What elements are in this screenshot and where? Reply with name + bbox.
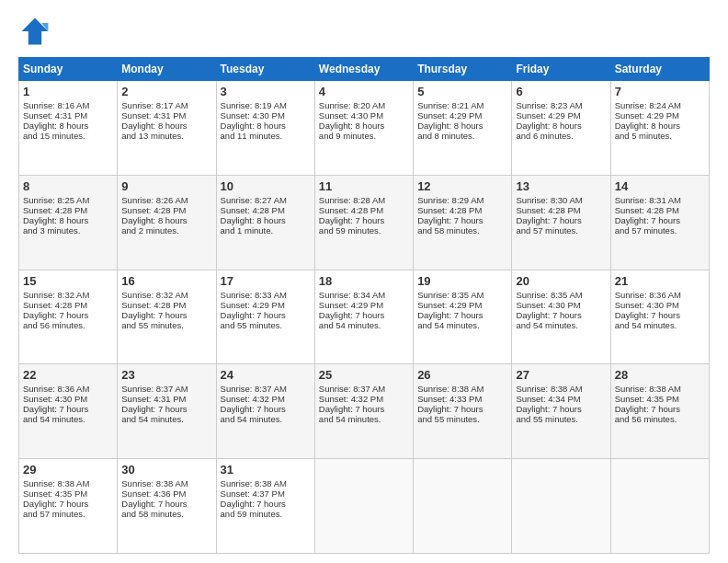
day-info-line: and 54 minutes. <box>23 414 113 424</box>
day-info-line: Daylight: 8 hours <box>417 121 507 131</box>
day-info-line: Sunrise: 8:35 AM <box>417 290 507 300</box>
day-info-line: Daylight: 7 hours <box>221 404 311 414</box>
day-info-line: Daylight: 7 hours <box>615 310 705 320</box>
day-number: 11 <box>319 179 409 193</box>
day-info-line: Sunrise: 8:37 AM <box>121 384 211 394</box>
day-number: 10 <box>221 179 311 193</box>
calendar-cell: 15Sunrise: 8:32 AMSunset: 4:28 PMDayligh… <box>19 270 118 364</box>
day-info-line: Sunset: 4:28 PM <box>221 205 311 215</box>
day-info-line: Sunset: 4:29 PM <box>417 110 507 121</box>
day-info-line: and 3 minutes. <box>23 225 113 236</box>
logo <box>18 15 57 48</box>
day-number: 14 <box>615 179 705 193</box>
day-info-line: Sunset: 4:29 PM <box>615 110 705 121</box>
day-info-line: and 54 minutes. <box>615 320 705 330</box>
day-info-line: and 54 minutes. <box>121 414 211 424</box>
calendar-day-header: Tuesday <box>216 58 314 81</box>
day-number: 30 <box>121 463 211 477</box>
day-info-line: Sunrise: 8:32 AM <box>121 290 211 300</box>
calendar-cell: 25Sunrise: 8:37 AMSunset: 4:32 PMDayligh… <box>314 364 413 459</box>
calendar-cell: 21Sunrise: 8:36 AMSunset: 4:30 PMDayligh… <box>610 270 709 364</box>
day-info-line: Sunset: 4:28 PM <box>121 300 211 310</box>
day-info-line: and 56 minutes. <box>615 414 705 424</box>
day-number: 22 <box>23 368 113 382</box>
day-info-line: Daylight: 7 hours <box>417 404 507 414</box>
day-info-line: Daylight: 7 hours <box>121 310 211 320</box>
day-info-line: and 9 minutes. <box>319 131 409 141</box>
calendar-cell: 26Sunrise: 8:38 AMSunset: 4:33 PMDayligh… <box>414 364 512 459</box>
day-info-line: Sunrise: 8:31 AM <box>615 195 705 205</box>
day-number: 12 <box>417 179 507 193</box>
calendar-cell: 23Sunrise: 8:37 AMSunset: 4:31 PMDayligh… <box>118 364 216 459</box>
day-info-line: Sunrise: 8:38 AM <box>221 478 311 488</box>
day-info-line: and 54 minutes. <box>319 414 409 424</box>
day-info-line: Sunset: 4:36 PM <box>121 488 211 499</box>
day-info-line: and 54 minutes. <box>319 320 409 330</box>
day-number: 15 <box>23 274 113 288</box>
day-info-line: Daylight: 7 hours <box>121 499 211 509</box>
day-info-line: and 57 minutes. <box>516 225 606 236</box>
day-info-line: Daylight: 8 hours <box>516 121 606 131</box>
day-info-line: Sunrise: 8:36 AM <box>23 384 113 394</box>
day-info-line: Sunrise: 8:16 AM <box>23 100 113 110</box>
day-info-line: Sunset: 4:29 PM <box>319 300 409 310</box>
day-info-line: and 11 minutes. <box>221 131 311 141</box>
calendar-cell: 11Sunrise: 8:28 AMSunset: 4:28 PMDayligh… <box>314 175 413 270</box>
day-info-line: Daylight: 8 hours <box>615 121 705 131</box>
calendar-cell: 2Sunrise: 8:17 AMSunset: 4:31 PMDaylight… <box>118 81 216 176</box>
day-info-line: Sunrise: 8:35 AM <box>516 290 606 300</box>
calendar-cell: 30Sunrise: 8:38 AMSunset: 4:36 PMDayligh… <box>118 459 216 554</box>
day-info-line: and 59 minutes. <box>221 509 311 519</box>
day-info-line: and 8 minutes. <box>417 131 507 141</box>
day-info-line: Sunrise: 8:24 AM <box>615 100 705 110</box>
day-info-line: Sunrise: 8:38 AM <box>615 384 705 394</box>
day-info-line: and 1 minute. <box>221 225 311 236</box>
day-info-line: and 55 minutes. <box>516 414 606 424</box>
day-info-line: and 55 minutes. <box>221 320 311 330</box>
day-info-line: Sunrise: 8:26 AM <box>121 195 211 205</box>
day-info-line: Daylight: 7 hours <box>516 215 606 225</box>
calendar-week-row: 29Sunrise: 8:38 AMSunset: 4:35 PMDayligh… <box>19 459 710 554</box>
day-info-line: Sunrise: 8:37 AM <box>319 384 409 394</box>
day-info-line: Sunset: 4:29 PM <box>221 300 311 310</box>
day-info-line: Daylight: 7 hours <box>417 310 507 320</box>
day-info-line: Sunset: 4:32 PM <box>221 394 311 404</box>
day-info-line: Sunset: 4:37 PM <box>221 488 311 499</box>
day-info-line: Sunset: 4:29 PM <box>417 300 507 310</box>
day-number: 26 <box>417 368 507 382</box>
day-info-line: and 55 minutes. <box>121 320 211 330</box>
day-info-line: Sunset: 4:35 PM <box>615 394 705 404</box>
day-info-line: and 55 minutes. <box>417 414 507 424</box>
calendar-cell: 19Sunrise: 8:35 AMSunset: 4:29 PMDayligh… <box>414 270 512 364</box>
day-info-line: and 5 minutes. <box>615 131 705 141</box>
calendar-cell: 29Sunrise: 8:38 AMSunset: 4:35 PMDayligh… <box>19 459 118 554</box>
calendar-cell: 3Sunrise: 8:19 AMSunset: 4:30 PMDaylight… <box>216 81 314 176</box>
day-number: 13 <box>516 179 606 193</box>
calendar-cell: 4Sunrise: 8:20 AMSunset: 4:30 PMDaylight… <box>314 81 413 176</box>
calendar-week-row: 15Sunrise: 8:32 AMSunset: 4:28 PMDayligh… <box>19 270 710 364</box>
day-info-line: and 57 minutes. <box>615 225 705 236</box>
day-number: 23 <box>121 368 211 382</box>
calendar-cell: 8Sunrise: 8:25 AMSunset: 4:28 PMDaylight… <box>19 175 118 270</box>
calendar-cell: 1Sunrise: 8:16 AMSunset: 4:31 PMDaylight… <box>19 81 118 176</box>
day-info-line: Sunset: 4:28 PM <box>417 205 507 215</box>
day-info-line: Sunrise: 8:25 AM <box>23 195 113 205</box>
day-info-line: Sunrise: 8:17 AM <box>121 100 211 110</box>
day-info-line: and 13 minutes. <box>121 131 211 141</box>
day-info-line: Daylight: 7 hours <box>417 215 507 225</box>
calendar-cell: 17Sunrise: 8:33 AMSunset: 4:29 PMDayligh… <box>216 270 314 364</box>
day-info-line: Sunrise: 8:33 AM <box>221 290 311 300</box>
day-number: 25 <box>319 368 409 382</box>
day-info-line: Sunset: 4:31 PM <box>121 394 211 404</box>
day-info-line: Sunset: 4:28 PM <box>615 205 705 215</box>
calendar-cell <box>610 459 709 554</box>
header <box>18 15 710 48</box>
day-number: 31 <box>221 463 311 477</box>
day-number: 21 <box>615 274 705 288</box>
calendar-cell: 12Sunrise: 8:29 AMSunset: 4:28 PMDayligh… <box>414 175 512 270</box>
day-info-line: Sunset: 4:30 PM <box>615 300 705 310</box>
day-info-line: and 58 minutes. <box>121 509 211 519</box>
day-number: 18 <box>319 274 409 288</box>
day-info-line: Sunset: 4:30 PM <box>23 394 113 404</box>
calendar-cell: 28Sunrise: 8:38 AMSunset: 4:35 PMDayligh… <box>610 364 709 459</box>
